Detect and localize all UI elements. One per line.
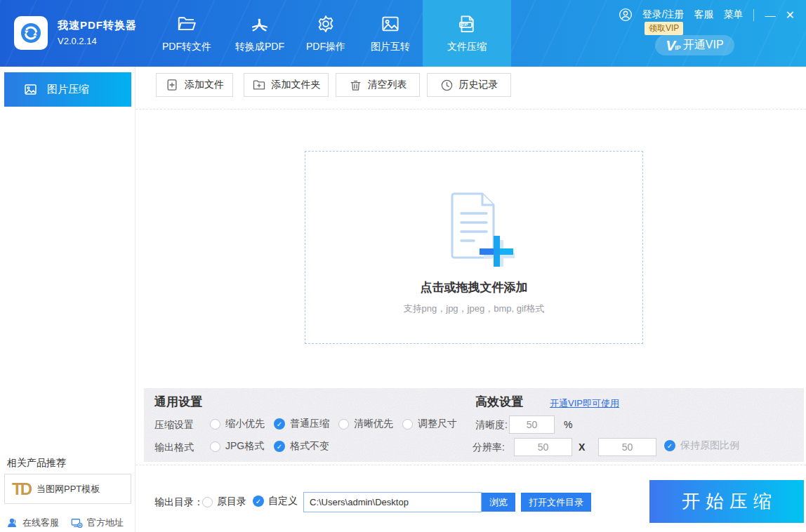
- percent-unit: %: [564, 419, 572, 430]
- sidebar: 图片压缩 相关产品推荐 TD 当图网PPT模板 在线客服: [0, 67, 136, 532]
- customer-service-link[interactable]: 客服: [694, 8, 714, 21]
- add-folder-button[interactable]: 添加文件夹: [244, 73, 329, 97]
- image-icon: [23, 82, 38, 97]
- radio-circle: [402, 419, 413, 430]
- open-file-dir-button[interactable]: 打开文件目录: [521, 493, 591, 512]
- tab-label: 图片互转: [371, 41, 410, 53]
- tab-image-convert[interactable]: 图片互转: [358, 0, 423, 67]
- dropzone-title: 点击或拖拽文件添加: [305, 279, 642, 295]
- radio-circle: [202, 497, 213, 507]
- output-path-input[interactable]: [303, 492, 482, 512]
- folder-icon: [176, 13, 197, 34]
- output-dir-label: 输出目录：: [154, 496, 204, 509]
- clarity-label: 清晰度:: [475, 419, 508, 432]
- tab-convert-to-pdf[interactable]: 转换成PDF: [226, 0, 293, 67]
- option-label: JPG格式: [225, 440, 264, 453]
- tab-label: PDF操作: [306, 41, 345, 53]
- online-service-label: 在线客服: [22, 517, 59, 529]
- customer-service-icon: [6, 517, 18, 529]
- resolution-separator: X: [579, 441, 585, 453]
- svg-text:ZIP: ZIP: [462, 22, 468, 27]
- option-label: 普通压缩: [290, 418, 329, 430]
- add-document-icon: [432, 184, 516, 268]
- radio-circle: [210, 441, 220, 452]
- compress-setting-label: 压缩设置: [154, 419, 194, 432]
- radio-normal-compress[interactable]: 普通压缩: [274, 418, 329, 430]
- option-label: 原目录: [217, 496, 246, 508]
- minimize-button[interactable]: —: [753, 9, 776, 21]
- login-register-link[interactable]: 登录/注册: [642, 8, 685, 21]
- option-label: 格式不变: [290, 440, 329, 453]
- resolution-width-input[interactable]: [514, 438, 572, 456]
- button-label: 添加文件: [185, 79, 224, 91]
- vip-logo-ip: IP: [675, 45, 681, 51]
- add-file-icon: [165, 78, 179, 92]
- option-label: 缩小优先: [225, 418, 265, 430]
- check-circle-icon: [253, 496, 264, 507]
- app-logo: [14, 16, 48, 50]
- radio-clarity-priority[interactable]: 清晰优先: [338, 418, 393, 430]
- promo-title: 相关产品推荐: [7, 457, 66, 470]
- vip-logo-v: V: [666, 38, 675, 53]
- file-dropzone[interactable]: 点击或拖拽文件添加 支持png，jpg，jpeg，bmp, gif格式: [305, 151, 643, 344]
- radio-adjust-size[interactable]: 调整尺寸: [402, 418, 457, 430]
- menu-link[interactable]: 菜单: [724, 8, 744, 21]
- app-title: 我速PDF转换器: [58, 19, 137, 32]
- acrobat-icon: [249, 13, 270, 34]
- refresh-arrows-icon: [18, 20, 44, 46]
- button-label: 添加文件夹: [272, 79, 321, 91]
- dropzone-formats: 支持png，jpg，jpeg，bmp, gif格式: [305, 302, 642, 315]
- sidebar-item-image-compress[interactable]: 图片压缩: [4, 72, 131, 107]
- promo-card-label: 当图网PPT模板: [37, 483, 100, 496]
- resolution-label: 分辨率:: [473, 441, 505, 454]
- close-button[interactable]: ✕: [786, 8, 795, 22]
- sidebar-item-label: 图片压缩: [47, 83, 89, 96]
- radio-original-dir[interactable]: 原目录: [202, 496, 246, 508]
- add-folder-icon: [252, 78, 266, 92]
- radio-shrink-priority[interactable]: 缩小优先: [210, 418, 265, 430]
- official-site-link[interactable]: 官方地址: [70, 517, 124, 529]
- button-label: 历史记录: [459, 79, 498, 91]
- history-button[interactable]: 历史记录: [427, 73, 511, 97]
- browse-button[interactable]: 浏览: [482, 493, 515, 512]
- td-logo: TD: [12, 479, 30, 499]
- radio-circle: [338, 419, 349, 430]
- settings-panel: 通用设置 压缩设置 缩小优先 普通压缩 清晰优先 调整尺寸 输出格式 JPG格式…: [144, 388, 804, 462]
- tab-label: 文件压缩: [447, 41, 487, 53]
- radio-circle: [210, 419, 220, 430]
- image-icon: [380, 13, 401, 34]
- sidebar-footer-links: 在线客服 官方地址: [6, 517, 124, 529]
- radio-keep-format[interactable]: 格式不变: [274, 440, 329, 453]
- button-label: 清空列表: [368, 79, 407, 91]
- tab-file-compress[interactable]: ZIP 文件压缩: [423, 0, 511, 67]
- claim-vip-badge[interactable]: 领取VIP: [645, 22, 683, 35]
- clarity-input[interactable]: [509, 415, 555, 434]
- option-label: 调整尺寸: [418, 418, 457, 430]
- clear-list-button[interactable]: 清空列表: [336, 73, 420, 97]
- online-service-link[interactable]: 在线客服: [6, 517, 59, 529]
- official-site-icon: [70, 517, 83, 529]
- tab-label: 转换成PDF: [235, 41, 284, 53]
- add-file-button[interactable]: 添加文件: [156, 73, 233, 97]
- app-version: V2.0.2.14: [58, 36, 97, 46]
- option-label: 自定义: [268, 495, 298, 507]
- gear-icon: [315, 13, 336, 34]
- history-clock-icon: [440, 79, 454, 92]
- user-circle-icon: [619, 8, 633, 22]
- tab-pdf-operations[interactable]: PDF操作: [293, 0, 358, 67]
- check-circle-icon: [664, 440, 675, 451]
- open-vip-to-use-link[interactable]: 开通VIP即可使用: [550, 397, 619, 410]
- radio-custom-dir[interactable]: 自定义: [253, 495, 298, 507]
- check-circle-icon: [274, 418, 285, 430]
- start-compress-button[interactable]: 开始压缩: [649, 480, 804, 523]
- promo-card-ppt-templates[interactable]: TD 当图网PPT模板: [4, 474, 131, 504]
- radio-jpg-format[interactable]: JPG格式: [210, 440, 264, 453]
- keep-ratio-checkbox[interactable]: 保持原图比例: [664, 439, 739, 452]
- tab-pdf-to-file[interactable]: PDF转文件: [147, 0, 226, 67]
- option-label: 清晰优先: [354, 418, 393, 430]
- zip-file-icon: ZIP: [456, 13, 477, 34]
- vip-settings-title: 高效设置: [475, 394, 523, 410]
- toolbar-divider: [136, 109, 806, 109]
- open-vip-button[interactable]: V IP 开通VIP: [655, 35, 734, 55]
- resolution-height-input[interactable]: [598, 438, 656, 456]
